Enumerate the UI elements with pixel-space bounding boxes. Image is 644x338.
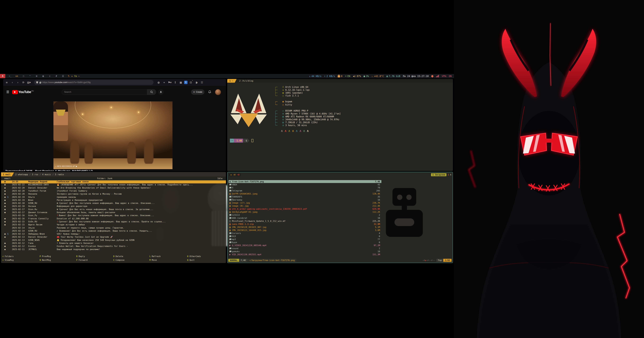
file-row[interactable]: TORRENTS35 [228, 195, 382, 198]
workspace-arch-icon[interactable]: Λ [0, 74, 5, 78]
workspace-image-icon[interactable]: ▨ [41, 74, 46, 78]
terminal-tab-2[interactable]: 2 /h/z/blog [236, 79, 256, 83]
file-row[interactable]: 000-razobrat10 [228, 216, 382, 219]
mail-row[interactable]: ●2025-02-16Frances ConnollyDonation of $… [1, 217, 226, 220]
mail-row[interactable]: ●2025-02-15OzOn_RU!Срочно! Для Вас посту… [1, 220, 226, 223]
status-keyboard-layout[interactable]: ⌨EN [345, 75, 350, 78]
file-row[interactable]: gomuks10 [228, 250, 382, 253]
workspace-download-icon[interactable]: ↧ [48, 74, 52, 78]
mail-row[interactable]: ●2025-02-19ЮлияРегистрация и Ликвидация … [1, 199, 226, 202]
file-row[interactable]: VBOX45 [228, 183, 382, 186]
workspace-chat-icon[interactable]: ❝ [28, 74, 32, 78]
file-row[interactable]: ▨image (17).jpg236,7K [228, 201, 382, 204]
file-row[interactable]: Буря0 [228, 241, 382, 244]
status-memory[interactable]: ▤7,76 GiB [386, 75, 400, 78]
mail-row[interactable]: ●2025-02-15Идите ЛесомЧетыре истории о л… [1, 223, 226, 226]
mail-row[interactable]: ●2025-02-18ОксанаИнформация для директор… [1, 205, 226, 208]
status-net-down[interactable]: ↓44 KB/s [309, 75, 322, 78]
key-refresh[interactable]: LRefresh [150, 255, 160, 258]
mail-tab-radio[interactable]: 5 radio [55, 173, 64, 176]
status-cpu[interactable]: ▦3% [364, 75, 369, 78]
file-row[interactable]: OLD0 [228, 235, 382, 238]
file-row[interactable]: X79 [228, 186, 382, 189]
status-notifications-ghost[interactable]: 0 [338, 75, 342, 78]
mail-row[interactable]: ●2025-02-20НеонилаЭкспресс-доставка груз… [1, 193, 226, 196]
mail-row[interactable]: ●§2025-02-19Ольгаприведем заказы [1, 196, 226, 199]
terminal-cursor[interactable] [252, 139, 254, 142]
containers-icon[interactable]: ▦ [178, 80, 183, 85]
menu-icon[interactable]: ≡ [4, 80, 9, 85]
file-row[interactable]: ▢MiniFuse1_Firmware_Update_1_5_0_212_win… [228, 220, 382, 222]
mail-row[interactable]: ●2025-02-22WILDBERRIES-INFO🔥 (ИЗВЕЩЕНИЕ … [1, 183, 226, 186]
url-bar[interactable]: https://www.youtube.com/watch?v=5b8A-jgx… [34, 80, 154, 85]
mail-row[interactable]: ●§2025-02-13Лебедева ЮлияSOS! Нужна помо… [1, 233, 226, 236]
avatar[interactable] [215, 89, 221, 95]
key-folders[interactable]: <Folders [2, 255, 14, 258]
select-mode-icon[interactable]: ✥ [230, 173, 232, 176]
key-move[interactable]: MMove [150, 259, 157, 261]
files-tab-x[interactable]: 2X [448, 173, 451, 176]
screenshot-icon[interactable]: ⊡ [188, 80, 193, 85]
mail-row[interactable]: ●2025-02-18OZON_RU⊠ Срочно! Для Вас пост… [1, 202, 226, 205]
status-volume[interactable]: ◀)87% [353, 75, 361, 78]
status-clock[interactable]: Пн 24 фев 15:27:18 [403, 75, 429, 78]
key-forward[interactable]: FForward [76, 259, 88, 261]
status-vpn[interactable]: VPN: ON [442, 75, 452, 78]
mail-row[interactable]: ●2025-02-20YunoHost Forum[YunoHost Forum… [1, 190, 226, 193]
mail-tab-active[interactable]: 1 mail [1, 172, 14, 176]
key-reply[interactable]: RReply [76, 255, 85, 258]
clipboard-icon[interactable]: ❐0 [233, 173, 236, 176]
status-temperature[interactable]: ♨+42.8°C [372, 75, 384, 78]
rss-icon[interactable]: ◍ [156, 80, 161, 85]
workspace-windows-icon[interactable]: ⊞ [34, 74, 39, 78]
bookmark-icon[interactable]: ⚑▾ [168, 80, 172, 85]
files-tab-downloads[interactable]: 1 Загрузки [431, 173, 446, 176]
file-row[interactable]: ▨image (8).jpg212,4K [228, 204, 382, 207]
mail-row[interactable]: ●2025-02-12ExodusExodus Wallet: New Veri… [1, 245, 226, 248]
search-button[interactable] [147, 89, 156, 95]
file-row[interactable]: ▨free-icon-bot-7167276.png7,4K [228, 180, 382, 183]
workspace-cat-icon[interactable]: ʌʌ [14, 74, 19, 78]
activity-pulse-icon[interactable]: ϟ [68, 75, 70, 78]
cut-icon[interactable]: ✂0 [237, 173, 240, 176]
mail-tab-music[interactable]: 4 music [42, 173, 51, 176]
dark-mode-icon[interactable]: ◑ [194, 80, 198, 85]
pin-icon[interactable]: ⌖ [162, 80, 166, 85]
key-viewmsg[interactable]: >ViewMsg [2, 259, 14, 261]
mail-row[interactable]: ●2025-02-20Daniel ShnaiderWe Are Breakin… [1, 187, 226, 190]
mail-tab-rss[interactable]: 3 rss [32, 173, 38, 176]
mail-row[interactable]: ●2025-02-17Ozon.Ru⊠ Срочно! Для Вас есть… [1, 208, 226, 211]
mail-row[interactable]: 2025-02-14ЭльзаРеклама от первого лица, … [1, 227, 226, 230]
create-button[interactable]: + Create [191, 89, 204, 95]
key-delete[interactable]: DDelete [113, 255, 123, 258]
key-othercmds[interactable]: OOtherCmds [187, 255, 201, 258]
file-row[interactable]: Пингвины16 [228, 198, 382, 201]
mail-row[interactable]: ●14:35Медведев АндрейГлобальные торговые… [1, 180, 226, 183]
mail-row[interactable]: 2025-02-13OZON_NEWS🔔 Поздравляем! Вам на… [1, 239, 226, 242]
downloads-icon[interactable]: ↧ [173, 80, 178, 85]
reload-icon[interactable]: ⟳ [21, 80, 26, 85]
extensions-icon[interactable]: ☷ [200, 80, 204, 85]
url-text[interactable]: https://www.youtube.com/watch?v=5b8A-jgx… [42, 81, 90, 84]
mail-tabs-rest[interactable]: 2 whatsapp / 3 rss / 4 music / 5 radio [14, 172, 64, 176]
file-row[interactable]: Telegram205 [228, 189, 382, 192]
key-nextmsg[interactable]: NNextMsg [40, 259, 51, 261]
key-quit[interactable]: QQuit [187, 259, 194, 261]
file-row[interactable]: 1231132 [228, 213, 382, 216]
workspace-terminal-icon[interactable]: >_ [8, 74, 12, 78]
mail-row[interactable]: ●2025-02-11JETMAILВаш надежный подрядчик… [1, 248, 226, 251]
mail-row[interactable]: 2025-02-14OZON_RU✔ Внимание! Для Вас ест… [1, 230, 226, 233]
file-row[interactable]: ▨GkFPR-GXUAACWSS.jpeg128,4K [228, 192, 382, 195]
file-row[interactable]: ▤oth_A_ardor-gaming-wakizashi_instrukcia… [228, 207, 382, 210]
file-row[interactable]: ▨GkC0yLaXgAAP-H2.jpeg112,2K [228, 210, 382, 213]
terminal-tab-1[interactable]: 1 ~ [227, 79, 236, 83]
file-row[interactable]: sound2 [228, 247, 382, 250]
mail-row[interactable]: ●2025-02-12Гала• Клиенты для вашего бизн… [1, 242, 226, 245]
key-compose[interactable]: CCompose [113, 259, 124, 261]
workspace-hash-icon[interactable]: # [54, 74, 58, 78]
workspace-folder-icon[interactable]: ❒ [21, 74, 26, 78]
mail-row[interactable]: 2025-02-16Ozon_Py!Важно! Для Вас поступи… [1, 214, 226, 217]
mail-row[interactable]: ●2025-02-17Даниил СотниковБольшое обновл… [1, 211, 226, 214]
search-input[interactable]: Search [62, 89, 147, 95]
file-row[interactable]: mp377 [228, 238, 382, 241]
